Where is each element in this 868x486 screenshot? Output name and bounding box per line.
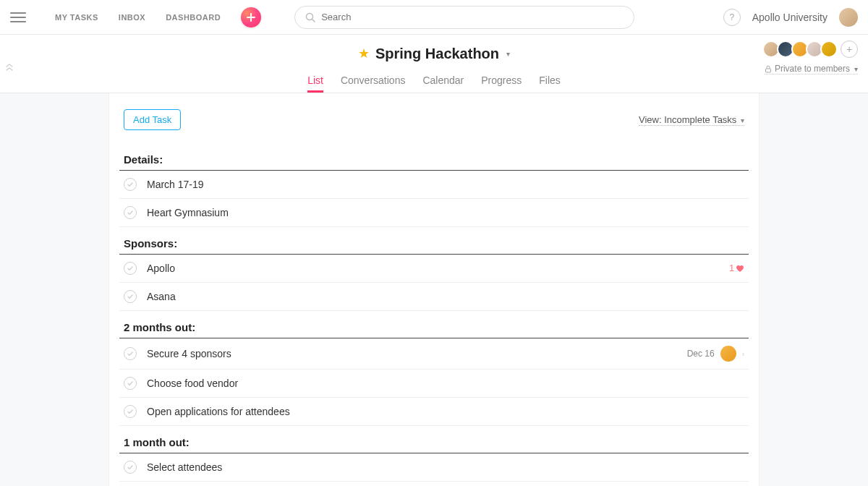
workspace-name[interactable]: Apollo University: [752, 12, 827, 23]
task-row[interactable]: Select attendees: [119, 453, 749, 482]
nav-dashboard[interactable]: DASHBOARD: [166, 13, 221, 22]
view-selector[interactable]: View: Incomplete Tasks ▾: [639, 114, 744, 126]
complete-checkbox[interactable]: [124, 461, 137, 474]
tab-progress[interactable]: Progress: [481, 70, 522, 93]
complete-checkbox[interactable]: [124, 262, 137, 275]
project-title[interactable]: Spring Hackathon: [375, 46, 499, 62]
section-header[interactable]: 2 months out:: [119, 314, 749, 338]
hamburger-icon[interactable]: [10, 9, 26, 25]
complete-checkbox[interactable]: [124, 377, 137, 390]
complete-checkbox[interactable]: [124, 178, 137, 191]
add-member-button[interactable]: +: [841, 40, 858, 58]
complete-checkbox[interactable]: [124, 206, 137, 219]
view-label: View: Incomplete Tasks: [639, 114, 736, 125]
lock-icon: [765, 65, 772, 73]
svg-rect-2: [765, 69, 770, 72]
member-avatar[interactable]: [820, 40, 838, 58]
tab-files[interactable]: Files: [539, 70, 561, 93]
section-header[interactable]: Details:: [119, 146, 749, 171]
task-title: Choose food vendor: [147, 378, 734, 389]
svg-line-1: [312, 19, 315, 22]
like-count[interactable]: 1: [729, 263, 744, 273]
task-title: Apollo: [147, 263, 719, 274]
search-icon: [305, 12, 315, 22]
task-row[interactable]: March 17-19: [119, 171, 749, 199]
project-header: ★ Spring Hackathon ▾ + Private to member…: [0, 35, 868, 93]
assignee-avatar[interactable]: [720, 346, 736, 362]
tab-conversations[interactable]: Conversations: [341, 70, 406, 93]
task-row[interactable]: Open applications for attendees: [119, 398, 749, 426]
task-title: Open applications for attendees: [147, 406, 734, 417]
star-icon[interactable]: ★: [358, 46, 370, 61]
task-row[interactable]: Secure 4 sponsorsDec 16›: [119, 338, 749, 370]
task-title: March 17-19: [147, 179, 734, 190]
chevron-right-icon: ›: [742, 350, 744, 358]
task-meta: 1: [729, 263, 744, 273]
help-icon[interactable]: ?: [723, 9, 741, 26]
task-title: Heart Gymnasium: [147, 207, 734, 218]
task-title: Asana: [147, 291, 734, 302]
privacy-selector[interactable]: Private to members ▾: [765, 64, 858, 74]
user-avatar[interactable]: [839, 8, 858, 27]
task-meta: Dec 16›: [687, 346, 744, 362]
chevron-down-icon: ▾: [854, 65, 858, 73]
chevron-down-icon[interactable]: ▾: [506, 50, 510, 58]
search-input[interactable]: [321, 12, 624, 22]
chevron-down-icon: ▾: [741, 116, 744, 124]
privacy-label: Private to members: [775, 64, 850, 74]
topbar: MY TASKS INBOX DASHBOARD ? Apollo Univer…: [0, 0, 868, 35]
canvas-toolbar: Add Task View: Incomplete Tasks ▾: [119, 109, 749, 143]
nav-inbox[interactable]: INBOX: [119, 13, 145, 22]
members-row: +: [765, 40, 858, 58]
expand-sidebar-icon[interactable]: [6, 64, 13, 72]
search-box[interactable]: [294, 6, 634, 29]
topbar-right: ? Apollo University: [723, 8, 858, 27]
complete-checkbox[interactable]: [124, 347, 137, 360]
tab-list[interactable]: List: [307, 70, 323, 93]
task-list-canvas: Add Task View: Incomplete Tasks ▾ Detail…: [109, 93, 760, 486]
task-row[interactable]: Prepare prompt: [119, 482, 749, 486]
nav-my-tasks[interactable]: MY TASKS: [55, 13, 98, 22]
task-title: Secure 4 sponsors: [147, 348, 677, 359]
project-tabs: List Conversations Calendar Progress Fil…: [0, 69, 868, 93]
task-row[interactable]: Heart Gymnasium: [119, 199, 749, 227]
task-row[interactable]: Asana: [119, 283, 749, 311]
section-header[interactable]: 1 month out:: [119, 429, 749, 453]
tab-calendar[interactable]: Calendar: [422, 70, 464, 93]
section-header[interactable]: Sponsors:: [119, 230, 749, 255]
complete-checkbox[interactable]: [124, 405, 137, 418]
complete-checkbox[interactable]: [124, 290, 137, 303]
top-nav: MY TASKS INBOX DASHBOARD: [55, 13, 221, 22]
global-add-button[interactable]: [241, 7, 261, 27]
project-title-row: ★ Spring Hackathon ▾: [0, 42, 868, 65]
due-date: Dec 16: [687, 349, 715, 359]
add-task-button[interactable]: Add Task: [124, 109, 181, 130]
task-row[interactable]: Choose food vendor: [119, 370, 749, 398]
task-title: Select attendees: [147, 461, 734, 473]
task-row[interactable]: Apollo1: [119, 255, 749, 283]
